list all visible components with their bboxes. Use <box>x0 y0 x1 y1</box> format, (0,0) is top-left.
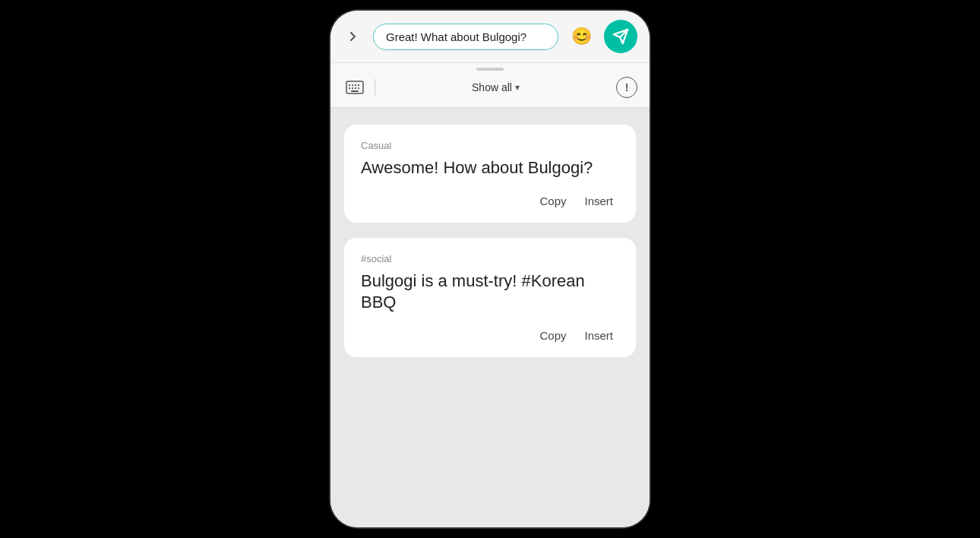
input-bar: Great! What about Bulgogi? 😊 <box>330 11 650 63</box>
suggestion-card-social: #social Bulgogi is a must-try! #Korean B… <box>343 236 637 359</box>
card-tag-social: #social <box>361 253 619 264</box>
svg-rect-4 <box>358 84 359 86</box>
svg-rect-2 <box>352 84 353 86</box>
copy-button-casual[interactable]: Copy <box>533 191 572 210</box>
cards-area: Casual Awesome! How about Bulgogi? Copy … <box>330 108 650 527</box>
svg-rect-5 <box>349 87 350 89</box>
show-all-button[interactable]: Show all ▾ <box>472 81 520 93</box>
toolbar-left <box>343 75 375 100</box>
drag-handle <box>476 68 504 71</box>
phone-frame: Great! What about Bulgogi? 😊 <box>330 11 650 527</box>
card-actions-social: Copy Insert <box>361 326 619 345</box>
alert-icon[interactable]: ! <box>616 77 637 98</box>
copy-button-social[interactable]: Copy <box>533 326 572 345</box>
svg-rect-9 <box>351 90 359 92</box>
emoji-button[interactable]: 😊 <box>567 23 595 50</box>
send-button[interactable] <box>604 20 637 53</box>
card-text-social: Bulgogi is a must-try! #Korean BBQ <box>361 271 619 314</box>
show-all-label: Show all <box>472 81 512 93</box>
svg-rect-7 <box>355 87 356 89</box>
svg-rect-1 <box>349 84 350 86</box>
svg-rect-3 <box>355 84 356 86</box>
toolbar-divider <box>375 79 375 96</box>
svg-rect-8 <box>358 87 359 89</box>
message-input[interactable]: Great! What about Bulgogi? <box>373 24 558 50</box>
card-text-casual: Awesome! How about Bulgogi? <box>361 157 619 179</box>
card-actions-casual: Copy Insert <box>361 191 619 210</box>
toolbar-row: Show all ▾ ! <box>330 63 650 108</box>
keyboard-icon[interactable] <box>343 75 367 100</box>
insert-button-social[interactable]: Insert <box>578 326 619 345</box>
suggestion-card-casual: Casual Awesome! How about Bulgogi? Copy … <box>343 123 637 224</box>
card-tag-casual: Casual <box>361 140 619 151</box>
insert-button-casual[interactable]: Insert <box>578 191 619 210</box>
expand-icon[interactable] <box>343 26 364 47</box>
chevron-down-icon: ▾ <box>515 82 520 93</box>
input-text: Great! What about Bulgogi? <box>386 30 526 43</box>
svg-rect-6 <box>352 87 353 89</box>
